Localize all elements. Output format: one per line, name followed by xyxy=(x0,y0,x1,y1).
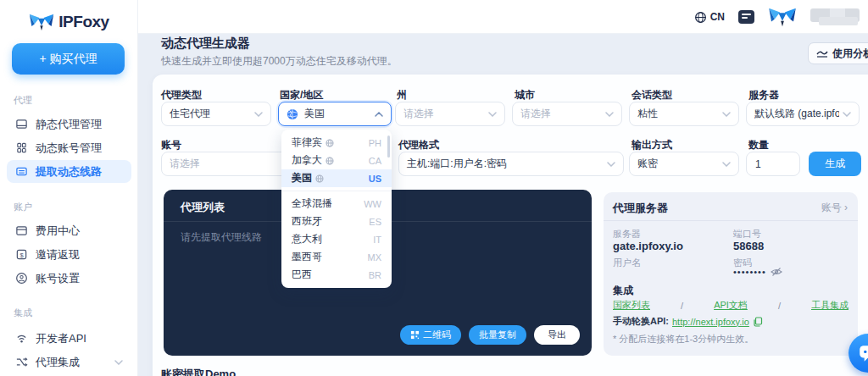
country-dropdown: 菲律宾 PH 加拿大 CA 美国 US 全球混播 WW 西班牙 ES 意大利 I… xyxy=(281,130,392,288)
username-redacted[interactable] xyxy=(810,8,860,22)
dropdown-scrollbar[interactable] xyxy=(387,135,390,158)
server-select[interactable]: 默认线路 (gate.ipfox... xyxy=(746,102,860,126)
country-option-mx[interactable]: 墨西哥 MX xyxy=(281,248,392,266)
api-doc-link[interactable]: API文档 xyxy=(714,299,748,312)
session-type-value: 粘性 xyxy=(637,107,658,121)
proxy-list-title: 代理列表 xyxy=(181,200,225,215)
rotate-api-url-link[interactable]: http://next.ipfoxy.io xyxy=(672,317,749,327)
sidebar-item-label: 账号设置 xyxy=(36,271,80,286)
country-list-link[interactable]: 国家列表 xyxy=(613,299,650,312)
divider xyxy=(604,220,858,221)
chevron-down-icon xyxy=(607,162,615,167)
proxy-server-title: 代理服务器 xyxy=(613,201,668,216)
country-option-br[interactable]: 巴西 BR xyxy=(281,266,392,284)
country-option-code: WW xyxy=(364,199,381,209)
billing-icon xyxy=(15,224,28,237)
top-header: CN xyxy=(138,0,868,34)
eye-off-icon[interactable] xyxy=(771,267,782,277)
dynamic-account-icon xyxy=(15,141,28,154)
mini-globe-icon xyxy=(326,139,334,147)
sidebar-item-proxy-integration[interactable]: 代理集成 xyxy=(7,351,131,373)
quantity-value: 1 xyxy=(755,158,761,170)
country-option-ca[interactable]: 加拿大 CA xyxy=(281,152,392,169)
country-option-name: 菲律宾 xyxy=(292,135,322,150)
qr-code-button[interactable]: 二维码 xyxy=(400,325,461,345)
proxy-format-value: 主机:端口:用户名:密码 xyxy=(407,157,507,171)
app-root: CN IPFoxy + 购买代理 代理 静态代理管理 动态账号管理 提取动态线路… xyxy=(0,0,868,376)
country-option-ww[interactable]: 全球混播 WW xyxy=(281,195,392,213)
sidebar-item-developer-api[interactable]: 开发者API xyxy=(7,327,131,350)
qr-icon xyxy=(410,330,420,340)
chevron-down-icon xyxy=(605,112,614,117)
sidebar-item-billing[interactable]: 费用中心 xyxy=(7,219,131,242)
proxy-type-select[interactable]: 住宅代理 xyxy=(161,102,271,126)
password-masked: •••••••• xyxy=(733,267,782,277)
country-option-us[interactable]: 美国 US xyxy=(281,169,392,187)
extract-line-icon xyxy=(15,165,28,178)
usage-analytics-button[interactable]: 使用分析 xyxy=(808,42,868,64)
generate-button[interactable]: 生成 xyxy=(809,152,861,176)
export-button[interactable]: 导出 xyxy=(534,325,580,345)
batch-copy-button[interactable]: 批量复制 xyxy=(469,325,526,345)
static-proxy-icon xyxy=(15,118,28,130)
user-avatar[interactable] xyxy=(768,6,797,28)
account-link[interactable]: 账号 › xyxy=(821,201,848,215)
brand-logo[interactable]: IPFoxy xyxy=(0,12,138,32)
quantity-label: 数量 xyxy=(748,138,769,152)
developer-api-icon xyxy=(15,332,28,345)
city-label: 城市 xyxy=(515,88,535,102)
country-option-es[interactable]: 西班牙 ES xyxy=(281,213,392,230)
country-option-code: BR xyxy=(369,270,381,280)
state-select[interactable]: 请选择 xyxy=(395,102,505,126)
demo-section-title: 账密提取Demo xyxy=(161,367,236,376)
sidebar-item-label: 动态账号管理 xyxy=(36,141,102,156)
port-field-label: 端口号 xyxy=(733,228,761,241)
chevron-down-icon xyxy=(114,360,123,365)
sidebar-item-extract-line[interactable]: 提取动态线路 xyxy=(7,160,131,183)
sidebar-item-referral[interactable]: 邀请返现 xyxy=(7,243,131,266)
header-actions: CN xyxy=(694,0,865,34)
country-option-ph[interactable]: 菲律宾 PH xyxy=(281,134,392,152)
feedback-chat-icon[interactable] xyxy=(738,10,754,24)
chevron-down-icon xyxy=(843,112,851,117)
state-label: 州 xyxy=(397,88,407,102)
mini-globe-icon xyxy=(326,157,334,165)
copy-icon[interactable] xyxy=(753,317,763,327)
language-label: CN xyxy=(710,11,725,23)
output-mode-label: 输出方式 xyxy=(632,138,672,152)
language-selector[interactable]: CN xyxy=(694,11,725,24)
country-option-name: 西班牙 xyxy=(292,214,322,229)
sidebar-item-label: 邀请返现 xyxy=(36,247,80,263)
fox-logo-icon xyxy=(29,12,54,32)
country-option-code: MX xyxy=(368,252,382,263)
output-mode-select[interactable]: 账密 xyxy=(629,152,739,176)
proxy-format-select[interactable]: 主机:端口:用户名:密码 xyxy=(398,152,624,176)
port-field-value: 58688 xyxy=(733,240,764,252)
server-value: 默认线路 (gate.ipfox... xyxy=(754,107,839,121)
quantity-input[interactable]: 1 xyxy=(746,152,800,176)
country-label: 国家/地区 xyxy=(280,88,323,102)
city-select[interactable]: 请选择 xyxy=(512,102,622,126)
divider-slash: / xyxy=(778,301,781,311)
buy-proxy-button[interactable]: + 购买代理 xyxy=(12,43,125,75)
country-select[interactable]: 美国 xyxy=(278,102,392,126)
sidebar-item-label: 提取动态线路 xyxy=(36,164,102,180)
country-option-code: ES xyxy=(369,217,381,227)
city-value: 请选择 xyxy=(520,107,551,121)
sidebar-item-account-settings[interactable]: 账号设置 xyxy=(7,267,131,290)
tools-integration-link[interactable]: 工具集成 xyxy=(811,299,849,312)
session-type-select[interactable]: 粘性 xyxy=(629,102,739,126)
country-option-code: CA xyxy=(369,156,381,166)
server-field-label: 服务器 xyxy=(613,228,641,241)
country-option-name: 墨西哥 xyxy=(292,250,322,264)
country-option-it[interactable]: 意大利 IT xyxy=(281,230,392,248)
sidebar-item-dynamic-account[interactable]: 动态账号管理 xyxy=(7,136,131,159)
session-type-label: 会话类型 xyxy=(632,88,672,102)
proxy-format-label: 代理格式 xyxy=(398,138,439,152)
account-settings-icon xyxy=(15,272,28,285)
chevron-down-icon xyxy=(722,162,731,167)
chevron-down-icon xyxy=(722,112,731,117)
sidebar: IPFoxy + 购买代理 代理 静态代理管理 动态账号管理 提取动态线路 账户… xyxy=(0,0,138,376)
sidebar-item-static-proxy[interactable]: 静态代理管理 xyxy=(7,113,131,135)
sidebar-item-label: 代理集成 xyxy=(36,355,80,370)
